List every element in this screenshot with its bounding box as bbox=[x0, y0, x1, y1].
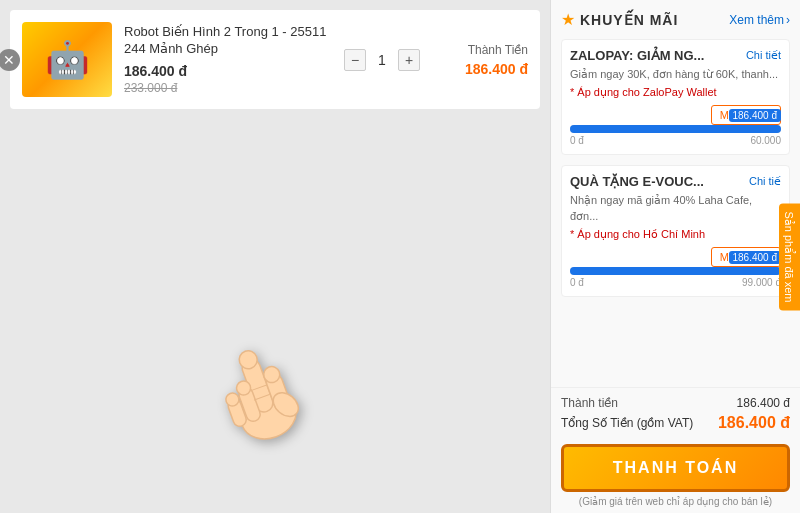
promo-header: ★ KHUYẾN MÃI Xem thêm › bbox=[561, 10, 790, 29]
summary-section: Thành tiền 186.400 đ Tổng Số Tiền (gồm V… bbox=[551, 387, 800, 444]
progress-start-1: 0 đ bbox=[570, 135, 584, 146]
product-image: 🤖 bbox=[22, 22, 112, 97]
product-price: 186.400 đ bbox=[124, 63, 332, 79]
xem-them-link[interactable]: Xem thêm › bbox=[729, 13, 790, 27]
subtotal-value: 186.400 đ bbox=[448, 61, 528, 77]
progress-end-1: 60.000 bbox=[750, 135, 781, 146]
svg-line-11 bbox=[254, 395, 269, 400]
svg-point-8 bbox=[224, 391, 241, 408]
thanh-tien-row: Thành tiền 186.400 đ bbox=[561, 396, 790, 410]
promo-card-2-title: QUÀ TẶNG E-VOUC... bbox=[570, 174, 704, 189]
progress-bar-1: 186.400 đ bbox=[570, 125, 781, 133]
chi-tiet-link-1[interactable]: Chi tiết bbox=[746, 49, 781, 62]
subtotal-label: Thành Tiền bbox=[448, 43, 528, 57]
thanh-toan-button[interactable]: THANH TOÁN bbox=[561, 444, 790, 492]
chi-tiet-link-2[interactable]: Chi tiế bbox=[749, 175, 781, 188]
svg-line-10 bbox=[251, 385, 266, 390]
progress-label-1: 186.400 đ bbox=[729, 109, 782, 122]
progress-bar-2: 186.400 đ bbox=[570, 267, 781, 275]
progress-label-2: 186.400 đ bbox=[729, 251, 782, 264]
tong-label: Tổng Số Tiền (gồm VAT) bbox=[561, 416, 693, 430]
promo-card-1-desc: Giảm ngay 30K, đơn hàng từ 60K, thanh... bbox=[570, 67, 781, 82]
product-name: Robot Biến Hình 2 Trong 1 - 25511 244 Mả… bbox=[124, 24, 332, 58]
qty-increase-button[interactable]: + bbox=[398, 49, 420, 71]
svg-rect-7 bbox=[226, 397, 248, 428]
cart-item: ✕ 🤖 Robot Biến Hình 2 Trong 1 - 25511 24… bbox=[10, 10, 540, 109]
main-container: ✕ 🤖 Robot Biến Hình 2 Trong 1 - 25511 24… bbox=[0, 0, 800, 513]
product-original-price: 233.000 đ bbox=[124, 81, 332, 95]
svg-point-0 bbox=[235, 386, 303, 440]
star-icon: ★ bbox=[561, 10, 575, 29]
svg-point-4 bbox=[261, 364, 282, 385]
tong-value: 186.400 đ bbox=[718, 414, 790, 432]
quantity-value: 1 bbox=[374, 52, 390, 68]
promo-card-2-desc: Nhận ngay mã giảm 40% Laha Cafe, đơn... bbox=[570, 193, 781, 224]
promo-section: ★ KHUYẾN MÃI Xem thêm › ZALOPAY: GIẢM NG… bbox=[551, 0, 800, 387]
promo-card-1-note: * Áp dụng cho ZaloPay Wallet bbox=[570, 86, 781, 99]
quantity-control: − 1 + bbox=[344, 49, 420, 71]
svg-point-9 bbox=[269, 388, 303, 421]
promo-card-1-title: ZALOPAY: GIẢM NG... bbox=[570, 48, 704, 63]
progress-start-2: 0 đ bbox=[570, 277, 584, 288]
side-tab[interactable]: Sản phẩm đã xem bbox=[779, 203, 800, 310]
promo-card-1: ZALOPAY: GIẢM NG... Chi tiết Giảm ngay 3… bbox=[561, 39, 790, 155]
promo-card-2: QUÀ TẶNG E-VOUC... Chi tiế Nhận ngay mã … bbox=[561, 165, 790, 297]
svg-rect-5 bbox=[237, 386, 262, 424]
qty-decrease-button[interactable]: − bbox=[344, 49, 366, 71]
promo-title: KHUYẾN MÃI bbox=[580, 12, 678, 28]
cart-area: ✕ 🤖 Robot Biến Hình 2 Trong 1 - 25511 24… bbox=[0, 0, 550, 513]
progress-end-2: 99.000 đ bbox=[742, 277, 781, 288]
product-info: Robot Biến Hình 2 Trong 1 - 25511 244 Mả… bbox=[124, 24, 332, 96]
promo-card-2-note: * Áp dụng cho Hồ Chí Minh bbox=[570, 228, 781, 241]
discount-note: (Giảm giá trên web chỉ áp dụng cho bán l… bbox=[551, 496, 800, 513]
thanh-tien-summary-value: 186.400 đ bbox=[737, 396, 790, 410]
right-panel: Sản phẩm đã xem ★ KHUYẾN MÃI Xem thêm › … bbox=[550, 0, 800, 513]
svg-rect-1 bbox=[240, 357, 276, 415]
hand-pointer bbox=[200, 320, 320, 443]
subtotal: Thành Tiền 186.400 đ bbox=[448, 43, 528, 77]
svg-point-2 bbox=[237, 348, 260, 371]
svg-point-6 bbox=[235, 379, 253, 397]
remove-button[interactable]: ✕ bbox=[0, 49, 20, 71]
thanh-tien-summary-label: Thành tiền bbox=[561, 396, 618, 410]
tong-row: Tổng Số Tiền (gồm VAT) 186.400 đ bbox=[561, 414, 790, 432]
svg-rect-3 bbox=[264, 372, 292, 413]
